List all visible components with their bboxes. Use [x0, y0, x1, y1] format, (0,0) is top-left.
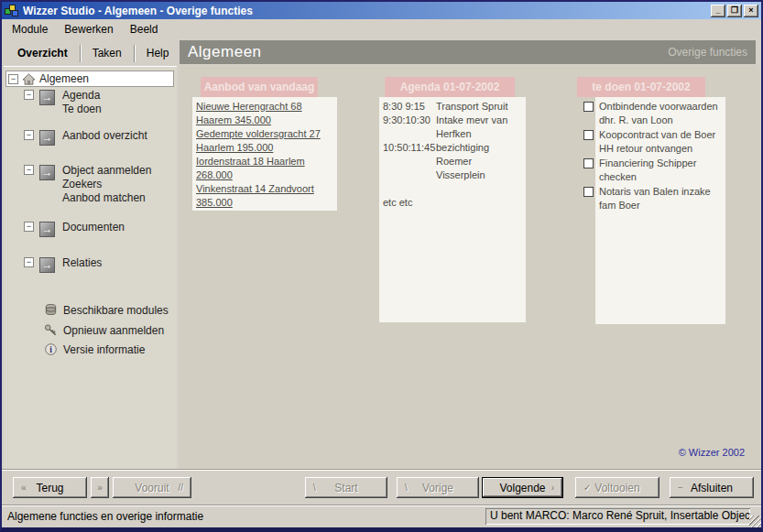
link-label[interactable]: Beschikbare modules — [63, 304, 169, 317]
svg-text:i: i — [49, 345, 52, 354]
panel-agenda: Agenda 01-07-2002 8:30 9:15 Transport Sp… — [379, 77, 526, 322]
agenda-time: 10:50:11:45 — [383, 141, 436, 182]
sidebar-item-algemeen[interactable]: − Algemeen — [5, 71, 174, 87]
panel-title: Aanbod van vandaag — [201, 77, 318, 97]
collapse-icon[interactable]: − — [24, 165, 34, 175]
key-icon — [44, 323, 58, 337]
sidebar-item-label[interactable]: Relaties — [62, 256, 102, 270]
sidebar-item-label[interactable]: Aanbod overzicht — [62, 129, 147, 143]
terug-button[interactable]: « Terug — [13, 477, 87, 498]
panel-title: Agenda 01-07-2002 — [385, 77, 515, 97]
close-button[interactable]: × — [744, 5, 758, 17]
agenda-entry: 10:50:11:45 bezichtiging Roemer Visserpl… — [383, 141, 522, 182]
agenda-entry: 8:30 9:15 Transport Spruit — [383, 100, 522, 114]
sidebar-item-aanbod-overzicht[interactable]: −→ Aanbod overzicht — [24, 129, 147, 146]
todo-checkbox[interactable] — [583, 130, 594, 140]
check-icon: ✓ — [583, 483, 591, 493]
voltooien-button[interactable]: ✓ Voltooien — [575, 477, 659, 498]
listing-link[interactable]: Gedempte voldersgracht 27 Haarlem 195.00… — [196, 127, 333, 155]
volgende-button[interactable]: Volgende › — [482, 477, 563, 498]
todo-checkbox[interactable] — [583, 102, 594, 112]
link-opnieuw-aanmelden[interactable]: Opnieuw aanmelden — [44, 323, 164, 337]
tab-help[interactable]: Help — [135, 47, 181, 60]
collapse-icon[interactable]: − — [24, 257, 34, 267]
sidebar-item-agenda[interactable]: −→ AgendaTe doen — [24, 89, 102, 116]
tab-overzicht[interactable]: Overzicht — [5, 47, 80, 60]
sidebar-item-label[interactable]: Object aanmelden — [62, 164, 151, 178]
agenda-text: Intake mevr van Herfken — [436, 114, 522, 141]
afsluiten-button[interactable]: − Afsluiten — [670, 477, 754, 498]
panel-te-doen: te doen 01-07-2002 Ontbindende voorwaard… — [577, 77, 725, 324]
agenda-time: 8:30 9:15 — [383, 100, 436, 114]
link-label[interactable]: Versie informatie — [63, 343, 145, 356]
todo-item: Notaris van Balen inzake fam Boer — [599, 185, 722, 212]
menu-module[interactable]: Module — [9, 22, 50, 37]
next-chevron-icon: › — [551, 483, 554, 493]
tab-taken[interactable]: Taken — [81, 47, 134, 60]
sidebar-item-relaties[interactable]: −→ Relaties — [24, 256, 102, 273]
todo-item: Koopcontract van de Boer HH retour ontva… — [599, 128, 722, 156]
sidebar-item-label: Algemeen — [39, 72, 89, 85]
sidebar-item-label[interactable]: Zoekers — [62, 178, 151, 191]
sidebar-item-label[interactable]: Documenten — [62, 221, 125, 234]
menu-beeld[interactable]: Beeld — [127, 22, 161, 37]
sidebar-item-documenten[interactable]: −→ Documenten — [24, 221, 125, 237]
todo-item: Ontbindende voorwaarden dhr. R. van Loon — [599, 100, 722, 127]
maximize-button[interactable]: ❐ — [727, 5, 742, 17]
arrow-icon[interactable]: → — [39, 257, 55, 273]
window-title: Wizzer Studio - Algemeen - Overige funct… — [23, 5, 711, 17]
sidebar-item-label[interactable]: Te doen — [62, 103, 102, 116]
copyright-text: © Wizzer 2002 — [679, 447, 745, 458]
page-title: Algemeen — [188, 43, 262, 61]
arrow-icon[interactable]: → — [39, 90, 55, 105]
arrow-icon[interactable]: → — [39, 165, 55, 180]
link-label[interactable]: Opnieuw aanmelden — [63, 324, 164, 337]
sidebar-item-label[interactable]: Aanbod matchen — [62, 191, 151, 205]
dash-icon: − — [678, 483, 683, 493]
listing-link[interactable]: Iordenstraat 18 Haarlem 268.000 — [196, 155, 333, 182]
sidebar-item-object-aanmelden[interactable]: −→ Object aanmeldenZoekersAanbod matchen — [24, 164, 151, 205]
link-versie-informatie[interactable]: i Versie informatie — [44, 342, 145, 356]
arrow-icon[interactable]: → — [39, 222, 55, 237]
database-icon — [44, 303, 58, 317]
todo-item: Financiering Schipper checken — [599, 157, 722, 184]
chevron-icon: » — [97, 483, 103, 493]
link-beschikbare-modules[interactable]: Beschikbare modules — [44, 303, 169, 317]
collapse-icon[interactable]: − — [24, 222, 34, 232]
arrow-icon[interactable]: → — [39, 130, 55, 146]
vorige-button[interactable]: \ Vorige — [397, 477, 479, 498]
agenda-time: 9:30:10:30 — [383, 114, 436, 141]
collapse-icon[interactable]: − — [24, 90, 34, 100]
page-subtitle: Overige functies — [668, 46, 747, 59]
start-button[interactable]: \ Start — [305, 477, 387, 498]
sidebar-item-label[interactable]: Agenda — [62, 89, 102, 103]
listing-link[interactable]: Nieuwe Herengracht 68 Haarem 345.000 — [196, 100, 333, 127]
user-status-field: U bent MARCO: Marco René Spruit, Inserta… — [485, 508, 750, 525]
collapse-icon[interactable]: − — [24, 130, 34, 140]
button-bar: « Terug » Vooruit // \ Start \ Vorige Vo… — [2, 469, 761, 505]
titlebar[interactable]: Wizzer Studio - Algemeen - Overige funct… — [2, 2, 761, 19]
listing-link[interactable]: Vinkenstraat 14 Zandvoort 385.000 — [196, 182, 333, 210]
home-icon — [22, 72, 36, 86]
sidebar: − Algemeen −→ AgendaTe doen −→ Aanbod ov… — [4, 66, 177, 469]
diagonal-icon: \ — [313, 483, 316, 493]
agenda-text: Transport Spruit — [436, 100, 522, 114]
menubar: Module Bewerken Beeld — [2, 19, 761, 38]
tab-row: Overzicht Taken Help Algemeen Overige fu… — [2, 38, 761, 66]
status-message: Algemene functies en overige informatie — [7, 510, 203, 523]
agenda-note: etc etc — [383, 196, 522, 210]
minimize-button[interactable]: _ — [711, 5, 725, 17]
todo-label: Koopcontract van de Boer HH retour ontva… — [599, 129, 715, 154]
panel-title: te doen 01-07-2002 — [577, 77, 705, 97]
vooruit-button[interactable]: Vooruit // — [113, 477, 191, 498]
resize-grip[interactable] — [749, 516, 761, 527]
menu-bewerken[interactable]: Bewerken — [61, 22, 115, 37]
agenda-entry: 9:30:10:30 Intake mevr van Herfken — [383, 114, 522, 141]
status-bar: Algemene functies en overige informatie … — [2, 505, 761, 527]
todo-checkbox[interactable] — [583, 187, 594, 197]
collapse-icon[interactable]: − — [8, 74, 18, 84]
todo-checkbox[interactable] — [583, 158, 594, 168]
history-dropdown-button[interactable]: » — [91, 477, 109, 498]
todo-label: Ontbindende voorwaarden dhr. R. van Loon — [599, 101, 718, 125]
back-chevrons-icon: « — [21, 483, 27, 493]
